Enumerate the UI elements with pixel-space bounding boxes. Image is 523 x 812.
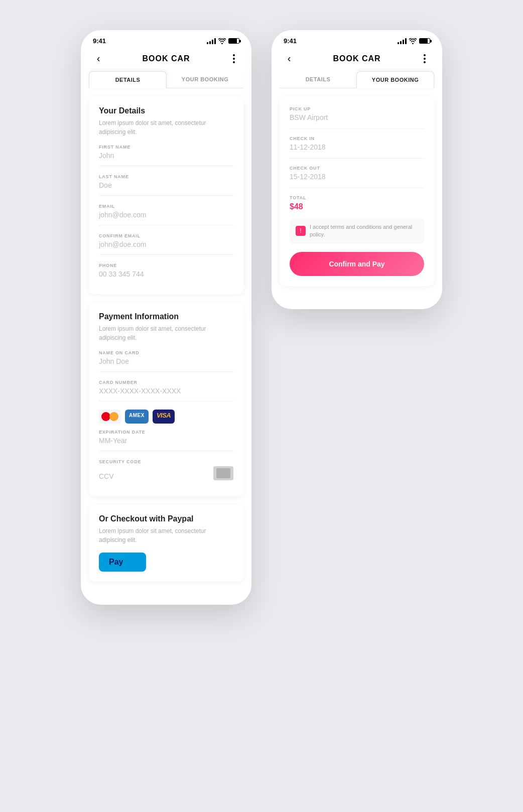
status-icons-2: [398, 38, 430, 44]
back-button-2[interactable]: ‹: [282, 53, 297, 64]
card-chip-icon: [213, 466, 233, 480]
pickup-row: PICK UP BSW Airport: [290, 106, 424, 129]
more-button-2[interactable]: [417, 54, 432, 63]
checkin-row: CHECK IN 11-12-2018: [290, 136, 424, 159]
checkin-label: CHECK IN: [290, 136, 424, 141]
terms-row: ! I accept terms and conditions and gene…: [290, 218, 424, 244]
field-name-on-card: NAME ON CARD John Doe: [99, 350, 233, 372]
payment-title: Payment Information: [99, 312, 233, 321]
confirm-pay-button[interactable]: Confirm and Pay: [290, 252, 424, 276]
your-details-desc: Lorem ipsum dolor sit amet, consectetur …: [99, 118, 233, 137]
phone-value[interactable]: 00 33 345 744: [99, 270, 233, 278]
signal-icon-2: [398, 38, 407, 44]
security-value[interactable]: CCV: [99, 472, 114, 480]
checkout-value: 15-12-2018: [290, 173, 424, 188]
pickup-label: PICK UP: [290, 106, 424, 111]
paypal-title: Or Checkout with Paypal: [99, 514, 233, 523]
card-icons: AMEX VISA: [99, 410, 233, 424]
security-label: SECURITY CODE: [99, 459, 233, 464]
total-row: TOTAL $48: [290, 195, 424, 211]
payment-info-card: Payment Information Lorem ipsum dolor si…: [89, 302, 243, 496]
field-confirm-email: CONFIRM EMAIL john@doe.com: [99, 233, 233, 255]
paypal-card: Or Checkout with Paypal Lorem ipsum dolo…: [89, 504, 243, 582]
field-card-number: CARD NUMBER XXXX-XXXX-XXXX-XXXX: [99, 380, 233, 401]
checkin-value: 11-12-2018: [290, 143, 424, 159]
field-last-name: LAST NAME Doe: [99, 174, 233, 196]
status-bar-1: 9:41: [81, 30, 251, 49]
wifi-icon-2: [409, 38, 417, 44]
confirm-email-label: CONFIRM EMAIL: [99, 233, 233, 238]
status-icons-1: [207, 38, 239, 44]
terms-text: I accept terms and conditions and genera…: [310, 223, 418, 239]
name-on-card-value[interactable]: John Doe: [99, 357, 233, 365]
tabs-1: DETAILS YOUR BOOKING: [89, 71, 243, 88]
checkout-row: CHECK OUT 15-12-2018: [290, 166, 424, 188]
back-button-1[interactable]: ‹: [91, 53, 106, 64]
email-label: EMAIL: [99, 204, 233, 209]
app-header-1: ‹ BOOK CAR: [81, 49, 251, 71]
app-header-2: ‹ BOOK CAR: [272, 49, 442, 71]
field-first-name: FIRST NAME John: [99, 145, 233, 166]
more-button-1[interactable]: [226, 54, 241, 63]
phone-2-content: PICK UP BSW Airport CHECK IN 11-12-2018 …: [272, 88, 442, 286]
field-expiry: EXPIRATION DATE MM-Year: [99, 430, 233, 451]
first-name-value[interactable]: John: [99, 152, 233, 160]
card-number-value[interactable]: XXXX-XXXX-XXXX-XXXX: [99, 387, 233, 395]
paypal-desc: Lorem ipsum dolor sit amet, consectetur …: [99, 526, 233, 545]
first-name-label: FIRST NAME: [99, 145, 233, 150]
tab-booking-1[interactable]: YOUR BOOKING: [167, 71, 243, 88]
paypal-button[interactable]: PayPal: [99, 553, 146, 572]
your-details-card: Your Details Lorem ipsum dolor sit amet,…: [89, 96, 243, 294]
time-2: 9:41: [284, 37, 297, 45]
tabs-2: DETAILS YOUR BOOKING: [280, 71, 434, 88]
last-name-value[interactable]: Doe: [99, 181, 233, 189]
phone-1-content: Your Details Lorem ipsum dolor sit amet,…: [81, 88, 251, 582]
phone-2: 9:41 ‹ BOOK CAR: [272, 30, 442, 309]
visa-icon[interactable]: VISA: [153, 410, 175, 424]
total-value: $48: [290, 202, 424, 211]
time-1: 9:41: [93, 37, 106, 45]
mastercard-icon[interactable]: [99, 410, 121, 424]
phone-label: PHONE: [99, 263, 233, 268]
your-details-title: Your Details: [99, 106, 233, 115]
total-label: TOTAL: [290, 195, 424, 200]
terms-checkbox[interactable]: !: [296, 226, 306, 236]
expiry-value[interactable]: MM-Year: [99, 437, 233, 445]
field-security: SECURITY CODE CCV: [99, 459, 233, 486]
page-title-2: BOOK CAR: [333, 54, 380, 63]
battery-icon-1: [228, 38, 239, 44]
tab-details-1[interactable]: DETAILS: [89, 71, 167, 88]
confirm-email-value[interactable]: john@doe.com: [99, 240, 233, 248]
field-email: EMAIL john@doe.com: [99, 204, 233, 225]
field-phone: PHONE 00 33 345 744: [99, 263, 233, 284]
security-row: CCV: [99, 466, 233, 480]
email-value[interactable]: john@doe.com: [99, 211, 233, 219]
booking-card: PICK UP BSW Airport CHECK IN 11-12-2018 …: [280, 96, 434, 286]
card-number-label: CARD NUMBER: [99, 380, 233, 385]
status-bar-2: 9:41: [272, 30, 442, 49]
name-on-card-label: NAME ON CARD: [99, 350, 233, 355]
expiry-label: EXPIRATION DATE: [99, 430, 233, 435]
pickup-value: BSW Airport: [290, 113, 424, 129]
amex-icon[interactable]: AMEX: [125, 410, 149, 424]
phone-1: 9:41 ‹ BOOK CAR: [81, 30, 251, 605]
phones-container: 9:41 ‹ BOOK CAR: [81, 30, 442, 605]
last-name-label: LAST NAME: [99, 174, 233, 179]
battery-icon-2: [419, 38, 430, 44]
tab-details-2[interactable]: DETAILS: [280, 71, 356, 88]
payment-desc: Lorem ipsum dolor sit amet, consectetur …: [99, 324, 233, 342]
page-title-1: BOOK CAR: [142, 54, 190, 63]
wifi-icon-1: [218, 38, 226, 44]
signal-icon-1: [207, 38, 216, 44]
tab-booking-2[interactable]: YOUR BOOKING: [356, 71, 434, 88]
checkout-label: CHECK OUT: [290, 166, 424, 171]
